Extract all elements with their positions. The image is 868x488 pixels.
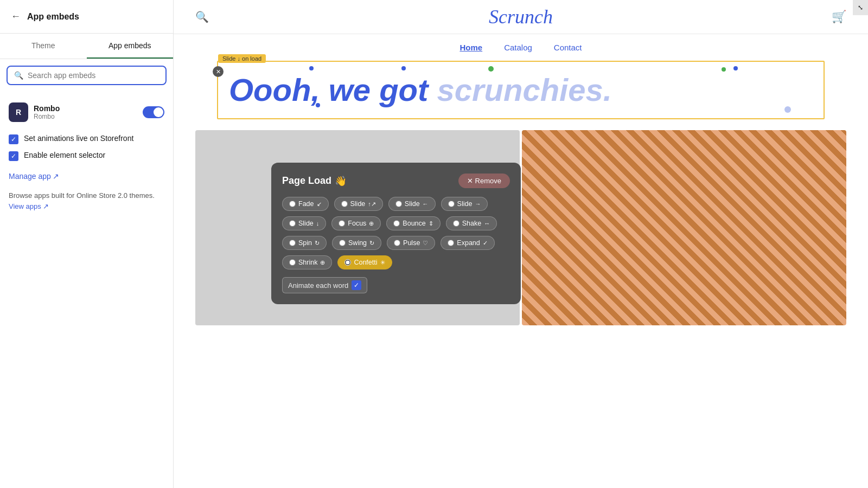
nav-catalog[interactable]: Catalog — [504, 43, 532, 52]
anim-slide-left[interactable]: Slide← — [388, 197, 436, 211]
anim-shrink[interactable]: Shrink⊕ — [282, 255, 332, 269]
anim-row-4: Shrink⊕ Confetti✳ — [282, 255, 510, 269]
search-input[interactable] — [28, 71, 159, 80]
tab-app-embeds[interactable]: App embeds — [87, 34, 174, 59]
anim-swing[interactable]: Swing↻ — [332, 236, 381, 250]
nav-contact[interactable]: Contact — [554, 43, 582, 52]
checkbox-label: Set animations live on Storefront — [24, 134, 133, 143]
remove-x-icon: ✕ — [467, 177, 473, 185]
back-button[interactable]: ← — [9, 9, 23, 24]
app-item-rombo: R Rombo Rombo — [7, 98, 167, 126]
store-logo: Scrunch — [489, 5, 553, 28]
checkbox-icon-2[interactable] — [9, 151, 18, 161]
anim-expand[interactable]: Expand✓ — [441, 236, 494, 250]
hero-close-button[interactable]: ✕ — [213, 66, 224, 77]
store-cart-icon[interactable]: 🛒 — [832, 10, 846, 24]
sidebar: ← App embeds Theme App embeds 🔍 R Rombo … — [0, 0, 174, 488]
sidebar-title: App embeds — [27, 12, 79, 22]
animation-options: Fade↙ Slide↑↗ Slide← Slide→ — [282, 197, 510, 269]
anim-shake[interactable]: Shake↔ — [446, 216, 497, 230]
external-link-icon: ↗ — [53, 172, 59, 181]
store-nav: Home Catalog Contact — [174, 34, 868, 61]
slide-tag: Slide ↓ on load — [218, 54, 266, 63]
anim-fade[interactable]: Fade↙ — [282, 197, 329, 211]
hero-text: Oooh, we got scrunchies. — [229, 73, 813, 107]
anim-footer: Animate each word — [282, 277, 510, 293]
tab-theme[interactable]: Theme — [0, 34, 87, 59]
back-icon: ← — [11, 11, 21, 22]
search-icon: 🔍 — [14, 71, 23, 80]
collapse-button[interactable]: ⤡ — [853, 0, 868, 15]
remove-button[interactable]: ✕ Remove — [458, 174, 510, 188]
storefront: 🔍 Scrunch 🛒 ⤡ Home Catalog Contact Slide… — [174, 0, 868, 488]
main-content: 🔍 Scrunch 🛒 ⤡ Home Catalog Contact Slide… — [174, 0, 868, 488]
animate-each-word-container: Animate each word — [282, 277, 367, 293]
anim-row-3: Spin↻ Swing↻ Pulse♡ Expand✓ — [282, 236, 510, 250]
browse-text: Browse apps built for Online Store 2.0 t… — [7, 184, 167, 214]
hero-section: Slide ↓ on load ✕ Oooh, we got scrunchie… — [217, 61, 825, 119]
animate-word-checkbox[interactable] — [352, 280, 361, 290]
app-icon: R — [9, 102, 28, 122]
collapse-icon: ⤡ — [858, 4, 863, 11]
checkbox-icon[interactable] — [9, 134, 18, 144]
nav-home[interactable]: Home — [459, 43, 482, 52]
dot-7 — [722, 67, 726, 72]
anim-panel-title: Page Load 👋 — [282, 175, 347, 187]
app-name: Rombo — [34, 104, 137, 113]
anim-confetti[interactable]: Confetti✳ — [337, 255, 392, 269]
image-right — [522, 130, 846, 325]
anim-focus[interactable]: Focus⊕ — [331, 216, 381, 230]
dot-5 — [316, 103, 320, 107]
anim-pulse[interactable]: Pulse♡ — [387, 236, 435, 250]
app-sub: Rombo — [34, 113, 137, 120]
checkbox-set-animations: Set animations live on Storefront — [7, 131, 167, 147]
manage-app-link[interactable]: Manage app ↗ — [7, 169, 167, 184]
sidebar-content: R Rombo Rombo Set animations live on Sto… — [0, 92, 173, 488]
checkbox-label-2: Enable element selector — [24, 151, 105, 159]
anim-slide-right[interactable]: Slide→ — [441, 197, 488, 211]
store-search-icon[interactable]: 🔍 — [195, 10, 209, 23]
animate-word-label: Animate each word — [288, 281, 348, 290]
anim-slide-down[interactable]: Slide↓ — [282, 216, 326, 230]
sidebar-header: ← App embeds — [0, 0, 173, 34]
animation-panel: Page Load 👋 ✕ Remove Fade↙ — [271, 163, 521, 304]
hero-word-oooh: Oooh, — [229, 72, 329, 107]
checkbox-enable-selector: Enable element selector — [7, 147, 167, 164]
store-header: 🔍 Scrunch 🛒 ⤡ — [174, 0, 868, 34]
app-toggle[interactable] — [143, 106, 164, 118]
sidebar-tabs: Theme App embeds — [0, 34, 173, 59]
view-apps-link[interactable]: View apps ↗ — [9, 202, 49, 210]
dot-6 — [784, 106, 791, 113]
app-info: Rombo Rombo — [34, 104, 137, 120]
hero-word-we: we — [329, 72, 380, 107]
anim-slide-up-right[interactable]: Slide↑↗ — [334, 197, 383, 211]
search-box: 🔍 — [7, 66, 167, 85]
anim-panel-header: Page Load 👋 ✕ Remove — [282, 174, 510, 188]
anim-row-1: Fade↙ Slide↑↗ Slide← Slide→ — [282, 197, 510, 211]
wave-emoji: 👋 — [335, 175, 347, 187]
anim-bounce[interactable]: Bounce⇕ — [386, 216, 440, 230]
anim-row-2: Slide↓ Focus⊕ Bounce⇕ Shake↔ — [282, 216, 510, 230]
hero-word-got: got — [379, 72, 437, 107]
external-link-icon-2: ↗ — [43, 202, 49, 210]
anim-spin[interactable]: Spin↻ — [282, 236, 327, 250]
hero-word-scrunchies: scrunchies. — [437, 72, 611, 107]
